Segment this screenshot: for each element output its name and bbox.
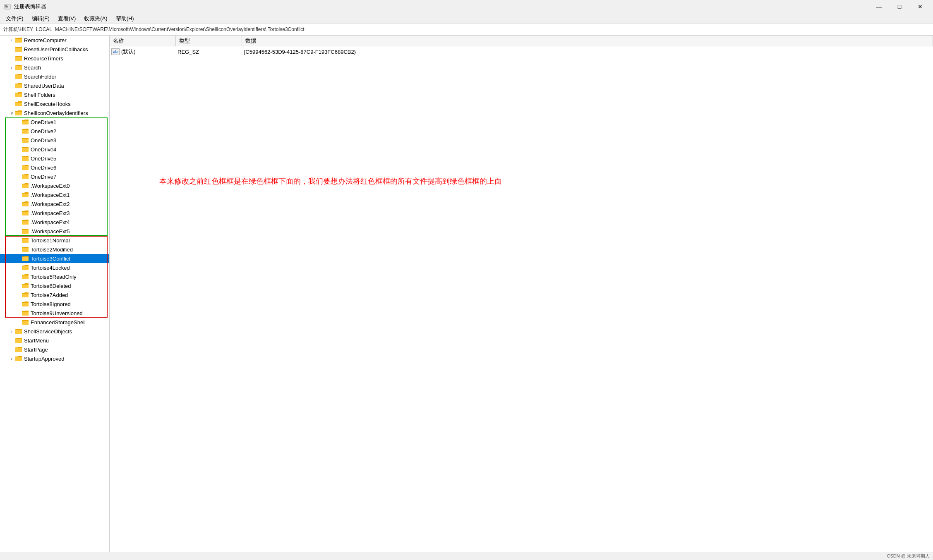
tree-item-label: .WorkspaceExt1 (31, 192, 70, 198)
tree-item-label: OneDrive1 (31, 119, 56, 125)
expander-icon (15, 264, 22, 271)
tree-item-workspace-ext2[interactable]: .WorkspaceExt2 (0, 199, 109, 208)
folder-icon (22, 119, 29, 125)
expander-icon (15, 182, 22, 189)
menu-view[interactable]: 查看(V) (54, 14, 80, 23)
tree-item-tortoise1-normal[interactable]: Tortoise1Normal (0, 236, 109, 245)
tree-panel[interactable]: › RemoteComputer ResetUserProfileCallbac… (0, 36, 110, 552)
expander-icon (8, 73, 15, 80)
folder-icon (22, 210, 29, 216)
svg-rect-1 (5, 5, 7, 6)
tree-item-workspace-ext1[interactable]: .WorkspaceExt1 (0, 190, 109, 199)
expander-icon (15, 292, 22, 298)
tree-item-start-page[interactable]: StartPage (0, 345, 109, 354)
folder-icon (22, 292, 29, 298)
data-area: ab (默认) REG_SZ {C5994562-53D9-4125-87C9-… (110, 46, 933, 552)
folder-icon (22, 173, 29, 180)
tree-item-onedrive6[interactable]: OneDrive6 (0, 163, 109, 172)
table-row[interactable]: ab (默认) REG_SZ {C5994562-53D9-4125-87C9-… (110, 47, 933, 56)
tree-item-onedrive4[interactable]: OneDrive4 (0, 145, 109, 154)
close-button[interactable]: ✕ (911, 0, 930, 13)
tree-item-tortoise5-readonly[interactable]: Tortoise5ReadOnly (0, 272, 109, 281)
tree-item-shell-folders[interactable]: Shell Folders (0, 90, 109, 99)
expander-icon (8, 46, 15, 53)
maximize-button[interactable]: □ (890, 0, 909, 13)
folder-icon (15, 328, 22, 335)
tree-item-tortoise9-unversioned[interactable]: Tortoise9Unversioned (0, 309, 109, 318)
tree-item-enhanced-storage-shell[interactable]: EnhancedStorageShell (0, 318, 109, 327)
tree-item-startup-approved[interactable]: › StartupApproved (0, 354, 109, 363)
tree-item-label: ResourceTimers (24, 55, 63, 62)
annotation-text: 本来修改之前红色框框是在绿色框框下面的，我们要想办法将红色框框的所有文件提高到绿… (159, 176, 502, 186)
tree-item-label: SharedUserData (24, 83, 64, 89)
tree-item-shell-execute-hooks[interactable]: ShellExecuteHooks (0, 99, 109, 108)
tree-item-shell-icon-overlay[interactable]: ∨ ShellIconOverlayIdentifiers (0, 108, 109, 117)
tree-item-workspace-ext3[interactable]: .WorkspaceExt3 (0, 208, 109, 218)
tree-item-label: Tortoise1Normal (31, 237, 70, 244)
expander-icon (8, 346, 15, 353)
app-icon (3, 2, 12, 11)
tree-item-label: Tortoise7Added (31, 292, 68, 298)
menu-favorites[interactable]: 收藏夹(A) (80, 14, 111, 23)
tree-item-shell-service-objects[interactable]: › ShellServiceObjects (0, 327, 109, 336)
tree-item-workspace-ext5[interactable]: .WorkspaceExt5 (0, 227, 109, 236)
tree-item-tortoise3-conflict[interactable]: Tortoise3Conflict (0, 254, 109, 263)
tree-item-reset-user-profile[interactable]: ResetUserProfileCallbacks (0, 45, 109, 54)
folder-icon (15, 37, 22, 43)
folder-icon (22, 246, 29, 253)
tree-item-onedrive1[interactable]: OneDrive1 (0, 117, 109, 127)
row-name: (默认) (121, 48, 136, 55)
tree-item-onedrive5[interactable]: OneDrive5 (0, 154, 109, 163)
tree-item-resource-timers[interactable]: ResourceTimers (0, 54, 109, 63)
menu-help[interactable]: 帮助(H) (112, 14, 138, 23)
tree-item-search-folder[interactable]: SearchFolder (0, 72, 109, 81)
tree-item-shared-user-data[interactable]: SharedUserData (0, 81, 109, 90)
folder-icon (15, 355, 22, 362)
tree-item-label: StartMenu (24, 337, 49, 344)
tree-item-label: Shell Folders (24, 92, 55, 98)
tree-item-remote-computer[interactable]: › RemoteComputer (0, 36, 109, 45)
expander-icon (8, 101, 15, 107)
tree-item-label: Tortoise6Deleted (31, 283, 71, 289)
tree-item-label: Tortoise4Locked (31, 265, 70, 271)
main-layout: › RemoteComputer ResetUserProfileCallbac… (0, 36, 933, 552)
tree-item-onedrive3[interactable]: OneDrive3 (0, 136, 109, 145)
tree-item-onedrive2[interactable]: OneDrive2 (0, 127, 109, 136)
expander-icon (8, 55, 15, 62)
folder-icon (22, 164, 29, 171)
folder-icon (15, 101, 22, 107)
tree-item-label: StartupApproved (24, 356, 65, 362)
tree-item-workspace-ext4[interactable]: .WorkspaceExt4 (0, 218, 109, 227)
folder-icon (15, 73, 22, 80)
tree-item-onedrive7[interactable]: OneDrive7 (0, 172, 109, 181)
right-panel: 名称 类型 数据 ab (默认) REG_SZ {C5994562-53D9-4… (110, 36, 933, 552)
tree-item-tortoise6-deleted[interactable]: Tortoise6Deleted (0, 281, 109, 290)
tree-item-search[interactable]: › Search (0, 63, 109, 72)
folder-icon (15, 91, 22, 98)
expander-icon (15, 201, 22, 207)
svg-rect-2 (5, 6, 8, 7)
tree-item-tortoise8-ignored[interactable]: Tortoise8Ignored (0, 299, 109, 309)
menu-edit[interactable]: 编辑(E) (28, 14, 54, 23)
tree-item-tortoise7-added[interactable]: Tortoise7Added (0, 290, 109, 299)
tree-item-label: OneDrive7 (31, 174, 56, 180)
expander-icon (15, 255, 22, 262)
expander-icon (15, 246, 22, 253)
tree-item-label: StartPage (24, 347, 48, 353)
tree-item-label: SearchFolder (24, 74, 56, 80)
menu-file[interactable]: 文件(F) (2, 14, 28, 23)
expander-icon (15, 282, 22, 289)
row-data: {C5994562-53D9-4125-87C9-F193FC689CB2} (244, 49, 356, 55)
tree-item-workspace-ext0[interactable]: .WorkspaceExt0 (0, 181, 109, 190)
minimize-button[interactable]: — (869, 0, 888, 13)
folder-icon (15, 46, 22, 53)
tree-item-tortoise4-locked[interactable]: Tortoise4Locked (0, 263, 109, 272)
status-bar: CSDN @ 未来可期人 (0, 552, 933, 560)
tree-item-tortoise2-modified[interactable]: Tortoise2Modified (0, 245, 109, 254)
tree-item-start-menu[interactable]: StartMenu (0, 336, 109, 345)
address-path: 计算机\HKEY_LOCAL_MACHINE\SOFTWARE\Microsof… (3, 26, 305, 33)
tree-item-label: Tortoise5ReadOnly (31, 274, 77, 280)
column-headers: 名称 类型 数据 (110, 36, 933, 46)
tree-item-label: .WorkspaceExt3 (31, 210, 70, 216)
expander-icon (8, 337, 15, 344)
